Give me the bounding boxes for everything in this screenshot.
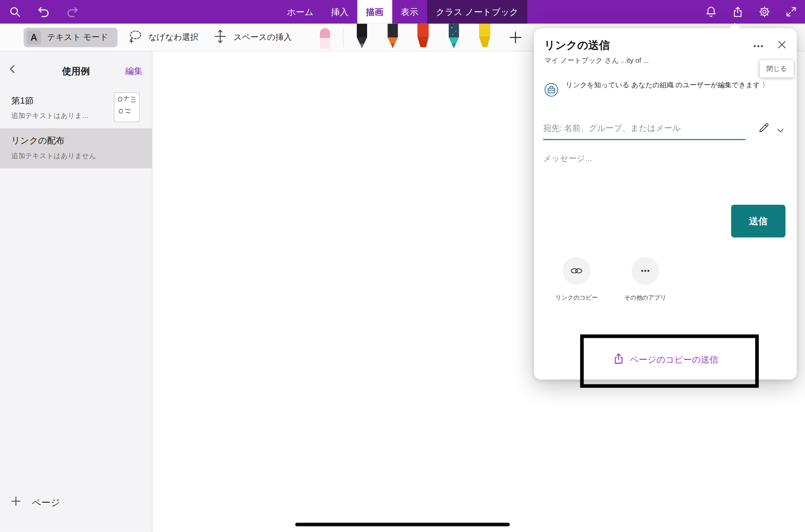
ribbon-tabs: ホーム 挿入 描画 表示 クラス ノートブック bbox=[278, 0, 527, 24]
page-list-item[interactable]: 第1節 追加テキストはありま… bbox=[0, 88, 152, 128]
insert-space-button[interactable]: スペースの挿入 bbox=[213, 29, 292, 46]
pen-orange-tool[interactable] bbox=[384, 24, 401, 51]
tab-home[interactable]: ホーム bbox=[278, 0, 322, 24]
redo-icon[interactable] bbox=[65, 4, 80, 19]
page-item-subtitle: 追加テキストはありま… bbox=[11, 111, 111, 121]
page-thumbnail bbox=[114, 92, 140, 122]
text-mode-a-icon: A bbox=[27, 30, 41, 45]
close-icon[interactable] bbox=[776, 39, 788, 52]
other-apps-button[interactable]: その他のアプリ bbox=[615, 257, 676, 302]
lasso-icon bbox=[127, 29, 143, 46]
share-up-icon bbox=[612, 352, 625, 367]
notebook-subtitle: マイ ノートブック さん ...ity of ... bbox=[544, 56, 649, 65]
tab-insert[interactable]: 挿入 bbox=[322, 0, 357, 24]
copy-link-button[interactable]: リンクのコピー bbox=[546, 257, 608, 302]
add-page-label: ページ bbox=[32, 496, 60, 508]
insert-space-label: スペースの挿入 bbox=[234, 32, 292, 43]
lasso-select-button[interactable]: なげなわ選択 bbox=[127, 29, 198, 46]
ellipsis-icon bbox=[631, 257, 659, 285]
tab-draw[interactable]: 描画 bbox=[357, 0, 392, 24]
plus-icon bbox=[10, 496, 21, 510]
sidebar-header: 使用例 編集 bbox=[0, 51, 152, 88]
edit-pages-button[interactable]: 編集 bbox=[125, 65, 143, 77]
add-page-button[interactable]: ページ bbox=[10, 496, 60, 510]
eraser-tool[interactable] bbox=[316, 26, 334, 51]
send-link-dialog: リンクの送信 マイ ノートブック さん ...ity of ... リンクを知っ… bbox=[534, 28, 797, 380]
chevron-down-icon[interactable] bbox=[775, 125, 786, 137]
link-icon bbox=[563, 257, 590, 285]
text-mode-button[interactable]: A テキスト モード bbox=[24, 28, 117, 47]
send-page-copy-button[interactable]: ページのコピーの送信 bbox=[534, 352, 797, 367]
notifications-bell-icon[interactable] bbox=[703, 4, 719, 19]
insert-space-icon bbox=[213, 29, 228, 46]
close-tooltip: 閉じる bbox=[760, 60, 794, 77]
page-item-title: 第1節 bbox=[11, 95, 111, 107]
share-icon[interactable] bbox=[730, 4, 745, 19]
send-page-copy-label: ページのコピーの送信 bbox=[630, 354, 718, 366]
text-mode-label: テキスト モード bbox=[47, 32, 108, 43]
tab-view[interactable]: 表示 bbox=[392, 0, 427, 24]
permission-description: リンクを知っている あなたの組織 のユーザーが編集できます 〉 bbox=[566, 80, 769, 100]
pen-teal-tool[interactable] bbox=[445, 24, 463, 51]
send-button[interactable]: 送信 bbox=[731, 205, 786, 238]
highlighter-yellow-tool[interactable] bbox=[476, 24, 493, 51]
page-list-sidebar: 使用例 編集 第1節 追加テキストはありま… リンクの配布 追加テキストはありま… bbox=[0, 51, 152, 532]
page-item-subtitle: 追加テキストはありません bbox=[11, 151, 111, 161]
topbar-right-actions bbox=[703, 0, 799, 24]
page-item-title: リンクの配布 bbox=[11, 135, 111, 147]
undo-icon[interactable] bbox=[36, 4, 51, 19]
edit-permission-pencil-icon[interactable] bbox=[758, 122, 770, 136]
topbar-left-actions bbox=[7, 0, 80, 24]
chevron-right-icon: 〉 bbox=[762, 81, 769, 89]
toolbar-divider bbox=[343, 28, 343, 47]
marker-red-tool[interactable] bbox=[414, 24, 432, 51]
lasso-label: なげなわ選択 bbox=[148, 32, 199, 43]
link-permission-row[interactable]: リンクを知っている あなたの組織 のユーザーが編集できます 〉 bbox=[543, 80, 779, 100]
other-apps-label: その他のアプリ bbox=[615, 294, 676, 302]
fullscreen-expand-icon[interactable] bbox=[784, 4, 799, 19]
organization-briefcase-icon bbox=[543, 81, 559, 100]
dialog-title: リンクの送信 bbox=[544, 38, 610, 52]
copy-link-label: リンクのコピー bbox=[546, 294, 608, 302]
tab-class-notebook[interactable]: クラス ノートブック bbox=[427, 0, 527, 24]
settings-gear-icon[interactable] bbox=[757, 4, 772, 19]
recipient-input[interactable] bbox=[543, 121, 745, 140]
search-icon[interactable] bbox=[7, 4, 23, 19]
top-app-bar: ホーム 挿入 描画 表示 クラス ノートブック bbox=[0, 0, 805, 24]
add-pen-plus-icon[interactable] bbox=[508, 30, 523, 47]
more-options-icon[interactable] bbox=[752, 40, 764, 54]
page-list-item-selected[interactable]: リンクの配布 追加テキストはありません bbox=[0, 128, 152, 168]
message-input[interactable] bbox=[543, 154, 764, 163]
pen-black-tool[interactable] bbox=[353, 24, 371, 51]
recipient-row bbox=[543, 121, 788, 145]
app-window: ホーム 挿入 描画 表示 クラス ノートブック A テキスト モード bbox=[0, 0, 805, 532]
home-indicator-bar[interactable] bbox=[295, 523, 510, 527]
